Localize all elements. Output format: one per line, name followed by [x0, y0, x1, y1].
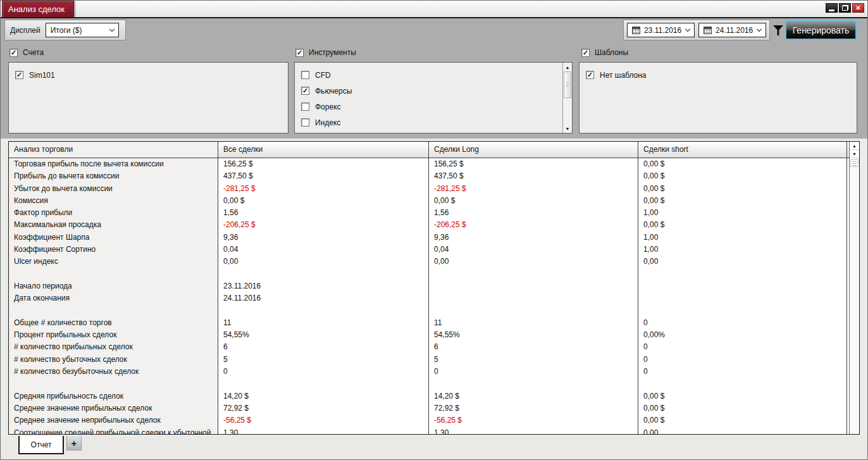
metric-value: [218, 268, 429, 280]
metric-label: Общее # количество торгов: [9, 317, 218, 329]
chevron-down-icon: [109, 27, 114, 32]
window-title: Анализ сделок: [2, 1, 74, 17]
checkbox[interactable]: [301, 71, 309, 79]
accounts-label: Счета: [23, 48, 44, 57]
table-row[interactable]: Среднее значение неприбыльных сделок-56,…: [9, 414, 849, 426]
metric-value: [429, 268, 638, 280]
metric-value: [638, 305, 847, 317]
add-tab-button[interactable]: +: [66, 436, 82, 451]
metric-value: 0,00 $: [638, 158, 847, 170]
table-row[interactable]: Комиссия0,00 $0,00 $0,00 $: [9, 195, 849, 207]
table-row[interactable]: Прибыль до вычета комиссии437,50 $437,50…: [9, 170, 849, 182]
close-icon: ✕: [855, 4, 860, 11]
instruments-checkbox[interactable]: ✓: [295, 49, 304, 57]
instruments-scrollbar[interactable]: ▲ ▼: [562, 63, 572, 133]
scroll-down-icon[interactable]: ▼: [563, 124, 572, 133]
report-table-body: Торговая прибыль после вычета комиссии15…: [9, 158, 849, 435]
generate-button[interactable]: Генерировать: [785, 20, 857, 40]
close-button[interactable]: ✕: [852, 3, 864, 13]
table-row[interactable]: Начало периода23.11.2016: [9, 280, 849, 292]
checkbox[interactable]: ✓: [301, 87, 309, 95]
date-to-picker[interactable]: 24.11.2016: [698, 23, 766, 37]
accounts-checkbox[interactable]: ✓: [9, 49, 18, 57]
column-header-all-trades[interactable]: Все сделки: [218, 142, 429, 158]
date-from-value: 23.11.2016: [644, 26, 682, 35]
table-row[interactable]: Ulcer индекс0,000,000,00: [9, 256, 849, 268]
metric-value: 0,00 $: [638, 195, 847, 207]
column-header-short-trades[interactable]: Сделки short: [638, 142, 847, 158]
list-item[interactable]: CFD: [301, 67, 562, 83]
table-row[interactable]: Общее # количество торгов11110: [9, 317, 849, 329]
templates-checkbox[interactable]: ✓: [581, 49, 590, 57]
checkbox[interactable]: [301, 118, 309, 127]
scroll-down-icon[interactable]: ▼: [850, 150, 859, 158]
date-from-picker[interactable]: 23.11.2016: [627, 23, 695, 37]
metric-value: 0: [429, 366, 638, 378]
metric-label: # количество прибыльных сделок: [9, 341, 218, 353]
table-row[interactable]: Средняя прибыльность сделок14,20 $14,20 …: [9, 390, 849, 402]
minimize-button[interactable]: [826, 3, 838, 13]
filter-sections: ✓ Счета ✓Sim101 ✓ Инструменты ▲ ▼ CFD✓Фь…: [1, 42, 867, 139]
metric-value: 9,36: [218, 232, 429, 244]
column-header-long-trades[interactable]: Сделки Long: [429, 142, 638, 158]
table-row[interactable]: Максимальная просадка-206,25 $-206,25 $0…: [9, 219, 849, 231]
list-item-label: Индекс: [315, 118, 340, 127]
metric-label: Ulcer индекс: [9, 256, 218, 268]
metric-value: 0,00 $: [638, 402, 847, 414]
scroll-up-icon[interactable]: ▲: [850, 142, 859, 150]
instruments-label: Инструменты: [309, 48, 356, 57]
table-row[interactable]: Соотношение средней прибыльной сделки к …: [9, 427, 849, 435]
table-row[interactable]: # количество прибыльных сделок660: [9, 341, 849, 353]
metric-value: -56,25 $: [218, 414, 429, 426]
metric-value: 1,56: [218, 207, 429, 219]
display-select[interactable]: Итоги ($): [46, 23, 119, 37]
table-row[interactable]: [9, 305, 849, 317]
metric-value: 1,30: [218, 427, 429, 435]
list-item[interactable]: ✓Sim101: [15, 67, 288, 83]
metric-value: 0,00 $: [638, 170, 847, 182]
metric-value: 1,00: [638, 244, 847, 256]
checkbox[interactable]: ✓: [586, 71, 594, 79]
table-row[interactable]: # количество убыточных сделок550: [9, 354, 849, 366]
metric-value: [638, 268, 847, 280]
tab-report[interactable]: Отчет: [18, 436, 64, 454]
accounts-listbox: ✓Sim101: [8, 62, 288, 134]
metric-value: 11: [218, 317, 429, 329]
filter-icon[interactable]: [773, 25, 783, 35]
table-row[interactable]: Коэффициент Сортино0,040,041,00: [9, 244, 849, 256]
scroll-up-icon[interactable]: ▲: [563, 63, 572, 71]
list-item[interactable]: ✓Фьючерсы: [301, 83, 562, 99]
instruments-header: ✓ Инструменты: [295, 48, 356, 57]
scrollbar-thumb[interactable]: [850, 159, 859, 167]
list-item[interactable]: Индекс: [301, 115, 562, 130]
scrollbar-thumb[interactable]: [564, 71, 571, 98]
restore-button[interactable]: [839, 3, 851, 13]
table-row[interactable]: Процент прибыльных сделок54,55%54,55%0,0…: [9, 329, 849, 341]
metric-value: 0,00 $: [638, 219, 847, 231]
list-item[interactable]: ✓Нет шаблона: [586, 67, 857, 83]
table-row[interactable]: Убыток до вычета комиссии-281,25 $-281,2…: [9, 183, 849, 195]
checkbox[interactable]: [301, 103, 309, 111]
table-scrollbar[interactable]: ▲ ▼: [849, 142, 859, 434]
checkbox[interactable]: ✓: [15, 71, 23, 79]
table-row[interactable]: Дата окончания24.11.2016: [9, 292, 849, 304]
metric-value: 0,00 $: [429, 195, 638, 207]
list-item[interactable]: [301, 130, 562, 134]
table-row[interactable]: Фактор прибыли1,561,561,00: [9, 207, 849, 219]
table-row[interactable]: Торговая прибыль после вычета комиссии15…: [9, 158, 849, 170]
list-item[interactable]: Форекс: [301, 99, 562, 115]
metric-value: 0,00 $: [638, 390, 847, 402]
table-row[interactable]: # количество безубыточных сделок000: [9, 366, 849, 378]
report-table-header: Анализ торговли Все сделки Сделки Long С…: [9, 142, 849, 158]
metric-value: 1,00: [638, 207, 847, 219]
metric-value: -206,25 $: [218, 219, 429, 231]
table-row[interactable]: [9, 378, 849, 390]
table-row[interactable]: Среднее значение прибыльных сделок72,92 …: [9, 402, 849, 414]
chevron-down-icon: [757, 27, 762, 32]
metric-value: 156,25 $: [429, 158, 638, 170]
table-row[interactable]: Коэффициент Шарпа9,369,361,00: [9, 232, 849, 244]
column-header-analysis[interactable]: Анализ торговли: [9, 142, 218, 158]
table-row[interactable]: [9, 268, 849, 280]
date-to-value: 24.11.2016: [716, 26, 753, 35]
dates-panel: 23.11.2016 24.11.2016: [623, 20, 770, 40]
